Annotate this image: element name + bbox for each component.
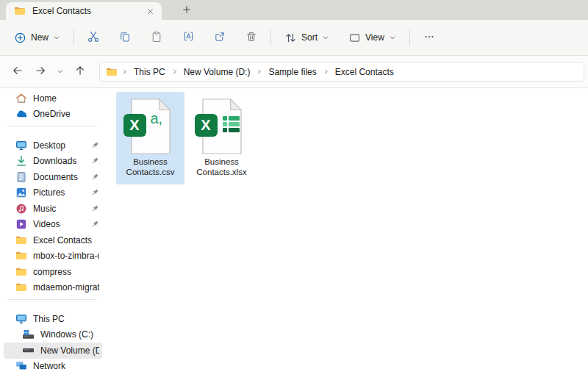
sort-button-label: Sort bbox=[301, 32, 318, 43]
sidebar-item-label: Videos bbox=[33, 219, 90, 229]
toolbar-divider bbox=[409, 29, 410, 46]
drive-icon bbox=[22, 345, 35, 356]
sidebar-section-divider bbox=[0, 122, 104, 137]
toolbar-divider bbox=[74, 29, 74, 46]
file-business-contacts-xlsx[interactable]: XBusiness Contacts.xlsx bbox=[187, 92, 256, 184]
breadcrumb-chevron-icon bbox=[322, 68, 330, 75]
sidebar-item-label: Desktop bbox=[33, 140, 90, 151]
circle-plus-icon bbox=[14, 32, 26, 44]
pin-icon bbox=[90, 141, 99, 150]
breadcrumb-item-this-pc[interactable]: This PC bbox=[129, 65, 171, 79]
sidebar-item-compress[interactable]: compress bbox=[4, 264, 102, 280]
tab-excel-contacts[interactable]: Excel Contacts bbox=[6, 2, 162, 20]
sidebar-item-mdaemon-migrator[interactable]: mdaemon-migrator bbox=[4, 280, 102, 296]
sidebar-item-this-pc[interactable]: This PC bbox=[4, 311, 102, 327]
sidebar-item-label: Documents bbox=[33, 172, 90, 182]
toolbar-divider bbox=[270, 29, 271, 46]
sidebar-item-label: Downloads bbox=[33, 156, 90, 166]
sidebar-item-pictures[interactable]: Pictures bbox=[4, 185, 102, 201]
sidebar-item-label: Home bbox=[33, 93, 99, 104]
sidebar-item-music[interactable]: Music bbox=[4, 201, 102, 217]
sidebar-item-downloads[interactable]: Downloads bbox=[4, 154, 102, 170]
view-button[interactable]: View bbox=[342, 26, 403, 49]
sidebar-item-excel-contacts[interactable]: Excel Contacts bbox=[4, 232, 102, 248]
breadcrumb-item-sample-files[interactable]: Sample files bbox=[263, 65, 321, 79]
pin-icon bbox=[90, 204, 99, 213]
share-button[interactable] bbox=[207, 26, 232, 49]
files-area: Xa,Business Contacts.csvXBusiness Contac… bbox=[104, 88, 588, 379]
breadcrumb-item-new-volume-d[interactable]: New Volume (D:) bbox=[179, 65, 256, 79]
address-bar[interactable]: This PCNew Volume (D:)Sample filesExcel … bbox=[99, 62, 584, 82]
cut-button[interactable] bbox=[81, 26, 106, 49]
back-icon bbox=[12, 65, 24, 79]
address-bar-row: This PCNew Volume (D:)Sample filesExcel … bbox=[0, 56, 588, 88]
copy-button[interactable] bbox=[112, 26, 137, 49]
pin-icon bbox=[90, 157, 99, 165]
sidebar-item-label: compress bbox=[33, 267, 99, 277]
sidebar-item-home[interactable]: Home bbox=[4, 90, 102, 107]
cut-icon bbox=[87, 30, 100, 46]
sidebar-item-new-volume-d[interactable]: New Volume (D:) bbox=[4, 343, 102, 359]
grid-row bbox=[223, 122, 240, 126]
back-button[interactable] bbox=[7, 62, 28, 82]
excel-badge: X bbox=[195, 114, 218, 137]
sidebar-item-label: Excel Contacts bbox=[33, 235, 99, 245]
breadcrumb-item-excel-contacts[interactable]: Excel Contacts bbox=[330, 65, 399, 79]
new-tab-button[interactable] bbox=[177, 1, 196, 18]
file-name-label: Business Contacts.csv bbox=[118, 157, 184, 177]
sidebar-item-network[interactable]: Network bbox=[4, 359, 102, 375]
delete-button[interactable] bbox=[239, 26, 264, 49]
more-options-button[interactable] bbox=[417, 26, 442, 49]
file-business-contacts-csv[interactable]: Xa,Business Contacts.csv bbox=[116, 92, 184, 184]
sidebar-item-label: mbox-to-zimbra-con bbox=[33, 251, 99, 261]
chevron-down-icon bbox=[389, 34, 396, 41]
folder-icon bbox=[14, 5, 26, 17]
sidebar-item-label: Windows (C:) bbox=[40, 329, 99, 340]
file-name-label: Business Contacts.xlsx bbox=[189, 157, 255, 177]
csv-glyph: a, bbox=[151, 110, 163, 127]
breadcrumb-chevron-icon bbox=[171, 68, 179, 75]
grid-row bbox=[223, 116, 240, 121]
folder-icon bbox=[15, 282, 27, 293]
chevron-down-icon bbox=[53, 34, 60, 41]
up-button[interactable] bbox=[70, 62, 90, 82]
sidebar-item-windows-c[interactable]: Windows (C:) bbox=[4, 327, 102, 343]
spreadsheet-grid-glyph bbox=[223, 116, 240, 132]
network-icon bbox=[15, 360, 27, 372]
sort-button[interactable]: Sort bbox=[278, 26, 336, 49]
file-explorer-window: Excel Contacts New Sort View This bbox=[0, 0, 588, 380]
this-pc-icon bbox=[15, 313, 27, 325]
navigation-buttons bbox=[7, 62, 93, 82]
new-button[interactable]: New bbox=[7, 26, 67, 49]
excel-badge: X bbox=[123, 114, 146, 137]
sidebar-item-label: New Volume (D:) bbox=[40, 345, 99, 356]
sidebar-item-mbox-to-zimbra-con[interactable]: mbox-to-zimbra-con bbox=[4, 248, 102, 265]
file-page-icon bbox=[202, 144, 242, 157]
delete-icon bbox=[245, 31, 257, 45]
recent-locations-button[interactable] bbox=[53, 62, 68, 82]
grid-row bbox=[223, 128, 240, 132]
forward-button[interactable] bbox=[30, 62, 51, 82]
documents-icon bbox=[15, 171, 27, 183]
sidebar-item-desktop[interactable]: Desktop bbox=[4, 137, 102, 154]
paste-button[interactable] bbox=[144, 26, 169, 49]
view-button-label: View bbox=[365, 32, 384, 43]
sidebar-item-documents[interactable]: Documents bbox=[4, 169, 102, 185]
sidebar-item-label: Music bbox=[33, 204, 90, 214]
downloads-icon bbox=[15, 155, 27, 167]
sidebar-item-onedrive[interactable]: OneDrive bbox=[4, 107, 102, 123]
navigation-pane: HomeOneDriveDesktopDownloadsDocumentsPic… bbox=[0, 88, 104, 379]
folder-icon bbox=[15, 234, 27, 246]
sidebar-item-label: Pictures bbox=[33, 187, 90, 198]
folder-icon bbox=[15, 250, 27, 262]
pin-icon bbox=[90, 188, 99, 197]
sidebar-item-label: OneDrive bbox=[33, 109, 99, 119]
sidebar-item-videos[interactable]: Videos bbox=[4, 217, 102, 233]
close-icon[interactable] bbox=[143, 4, 157, 18]
breadcrumb-folder-icon bbox=[106, 66, 118, 78]
paste-icon bbox=[151, 31, 162, 45]
rename-icon bbox=[182, 30, 195, 45]
pin-icon bbox=[90, 173, 99, 182]
rename-button[interactable] bbox=[176, 26, 201, 49]
desktop-icon bbox=[15, 140, 27, 151]
